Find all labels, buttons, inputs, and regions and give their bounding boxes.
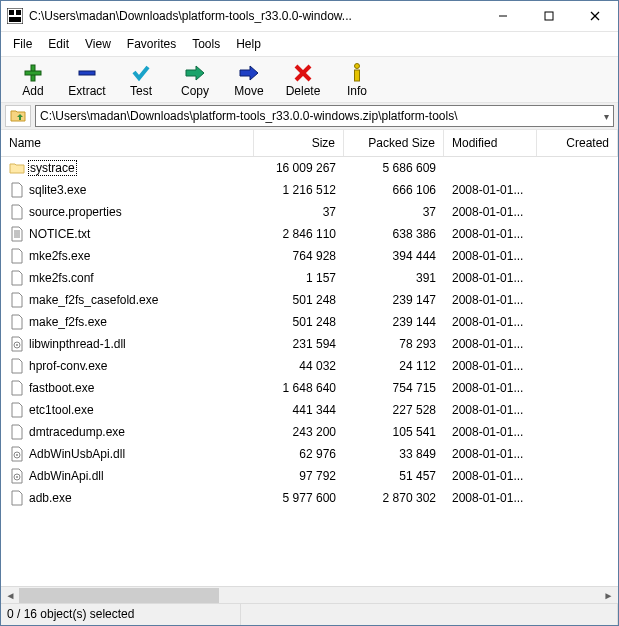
column-size[interactable]: Size <box>254 130 344 156</box>
file-size: 97 792 <box>254 469 344 483</box>
file-name: libwinpthread-1.dll <box>29 337 126 351</box>
file-packed: 394 444 <box>344 249 444 263</box>
exe-icon <box>9 182 25 198</box>
delete-button[interactable]: Delete <box>277 61 329 100</box>
test-button[interactable]: Test <box>115 61 167 100</box>
list-item[interactable]: adb.exe5 977 6002 870 3022008-01-01... <box>1 487 618 509</box>
list-item[interactable]: systrace16 009 2675 686 609 <box>1 157 618 179</box>
file-packed: 78 293 <box>344 337 444 351</box>
minimize-button[interactable] <box>480 1 526 31</box>
file-modified: 2008-01-01... <box>444 249 537 263</box>
column-name[interactable]: Name <box>1 130 254 156</box>
file-packed: 2 870 302 <box>344 491 444 505</box>
file-name: AdbWinUsbApi.dll <box>29 447 125 461</box>
file-size: 1 216 512 <box>254 183 344 197</box>
minus-icon <box>75 63 99 83</box>
add-button[interactable]: Add <box>7 61 59 100</box>
exe-icon <box>9 314 25 330</box>
list-item[interactable]: libwinpthread-1.dll231 59478 2932008-01-… <box>1 333 618 355</box>
file-modified: 2008-01-01... <box>444 315 537 329</box>
x-icon <box>291 63 315 83</box>
toolbar-label: Extract <box>68 84 105 98</box>
column-modified[interactable]: Modified <box>444 130 537 156</box>
scroll-right-icon[interactable]: ► <box>600 588 617 603</box>
menu-edit[interactable]: Edit <box>40 34 77 54</box>
maximize-button[interactable] <box>526 1 572 31</box>
svg-rect-2 <box>16 10 21 15</box>
horizontal-scrollbar[interactable]: ◄ ► <box>1 586 618 603</box>
file-name: AdbWinApi.dll <box>29 469 104 483</box>
list-item[interactable]: sqlite3.exe1 216 512666 1062008-01-01... <box>1 179 618 201</box>
list-item[interactable]: source.properties37372008-01-01... <box>1 201 618 223</box>
app-icon-7z <box>7 8 23 24</box>
list-item[interactable]: etc1tool.exe441 344227 5282008-01-01... <box>1 399 618 421</box>
file-packed: 391 <box>344 271 444 285</box>
move-button[interactable]: Move <box>223 61 275 100</box>
file-size: 501 248 <box>254 315 344 329</box>
list-item[interactable]: NOTICE.txt2 846 110638 3862008-01-01... <box>1 223 618 245</box>
scroll-thumb[interactable] <box>19 588 219 603</box>
file-size: 441 344 <box>254 403 344 417</box>
list-item[interactable]: hprof-conv.exe44 03224 1122008-01-01... <box>1 355 618 377</box>
file-name: sqlite3.exe <box>29 183 86 197</box>
list-item[interactable]: AdbWinApi.dll97 79251 4572008-01-01... <box>1 465 618 487</box>
toolbar-label: Delete <box>286 84 321 98</box>
svg-point-24 <box>16 476 18 478</box>
menu-bar: File Edit View Favorites Tools Help <box>1 32 618 57</box>
toolbar-label: Test <box>130 84 152 98</box>
info-button[interactable]: Info <box>331 61 383 100</box>
toolbar-label: Add <box>22 84 43 98</box>
copy-button[interactable]: Copy <box>169 61 221 100</box>
scroll-track[interactable] <box>19 588 600 603</box>
file-name: dmtracedump.exe <box>29 425 125 439</box>
file-list[interactable]: systrace16 009 2675 686 609sqlite3.exe1 … <box>1 157 618 586</box>
file-size: 44 032 <box>254 359 344 373</box>
file-modified: 2008-01-01... <box>444 469 537 483</box>
menu-help[interactable]: Help <box>228 34 269 54</box>
path-box[interactable]: C:\Users\madan\Downloads\platform-tools_… <box>35 105 614 127</box>
list-item[interactable]: mke2fs.exe764 928394 4442008-01-01... <box>1 245 618 267</box>
file-packed: 105 541 <box>344 425 444 439</box>
list-item[interactable]: make_f2fs_casefold.exe501 248239 1472008… <box>1 289 618 311</box>
exe-icon <box>9 490 25 506</box>
file-size: 2 846 110 <box>254 227 344 241</box>
file-modified: 2008-01-01... <box>444 447 537 461</box>
file-packed: 227 528 <box>344 403 444 417</box>
menu-file[interactable]: File <box>5 34 40 54</box>
list-item[interactable]: mke2fs.conf1 1573912008-01-01... <box>1 267 618 289</box>
scroll-left-icon[interactable]: ◄ <box>2 588 19 603</box>
column-created[interactable]: Created <box>537 130 618 156</box>
list-item[interactable]: fastboot.exe1 648 640754 7152008-01-01..… <box>1 377 618 399</box>
menu-favorites[interactable]: Favorites <box>119 34 184 54</box>
exe-icon <box>9 358 25 374</box>
path-text: C:\Users\madan\Downloads\platform-tools_… <box>40 109 458 123</box>
folder-up-icon <box>10 107 26 126</box>
chevron-down-icon[interactable]: ▾ <box>600 111 609 122</box>
file-name: systrace <box>29 161 76 175</box>
menu-tools[interactable]: Tools <box>184 34 228 54</box>
list-item[interactable]: AdbWinUsbApi.dll62 97633 8492008-01-01..… <box>1 443 618 465</box>
file-packed: 33 849 <box>344 447 444 461</box>
title-bar: C:\Users\madan\Downloads\platform-tools_… <box>1 1 618 32</box>
up-button[interactable] <box>5 105 31 127</box>
address-bar: C:\Users\madan\Downloads\platform-tools_… <box>1 103 618 130</box>
close-button[interactable] <box>572 1 618 31</box>
menu-view[interactable]: View <box>77 34 119 54</box>
arrow-right-solid-icon <box>237 63 261 83</box>
svg-point-20 <box>16 344 18 346</box>
column-packed[interactable]: Packed Size <box>344 130 444 156</box>
file-modified: 2008-01-01... <box>444 425 537 439</box>
toolbar-label: Copy <box>181 84 209 98</box>
file-packed: 24 112 <box>344 359 444 373</box>
list-item[interactable]: make_f2fs.exe501 248239 1442008-01-01... <box>1 311 618 333</box>
file-name: hprof-conv.exe <box>29 359 108 373</box>
svg-point-13 <box>355 64 360 69</box>
file-modified: 2008-01-01... <box>444 183 537 197</box>
svg-rect-5 <box>545 12 553 20</box>
file-size: 5 977 600 <box>254 491 344 505</box>
file-size: 243 200 <box>254 425 344 439</box>
svg-rect-14 <box>355 70 360 81</box>
extract-button[interactable]: Extract <box>61 61 113 100</box>
list-item[interactable]: dmtracedump.exe243 200105 5412008-01-01.… <box>1 421 618 443</box>
file-packed: 5 686 609 <box>344 161 444 175</box>
